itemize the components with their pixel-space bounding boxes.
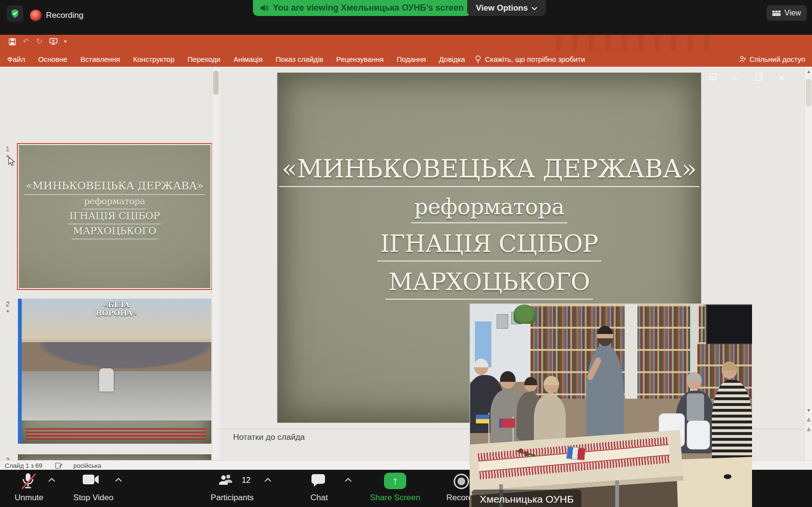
tell-me-box[interactable]: Скажіть, що потрібно зробити [475,55,585,63]
record-icon[interactable] [454,474,469,489]
ribbon-display-options-icon[interactable] [709,73,717,82]
view-options-button[interactable]: View Options [467,0,546,16]
view-button[interactable]: View [767,5,807,21]
tab-review[interactable]: Рецензування [336,55,384,63]
slide-thumbnail-panel: 1 ★ «МИНЬКОВЕЦЬКА ДЕРЖАВА» реформатора І… [0,67,221,460]
book-cover-image: «БІЛА ВОРОНА» [18,299,82,393]
share-person-icon [739,56,746,63]
recording-label: Recording [46,11,84,20]
slide-thumbnail-2[interactable]: «БІЛА ВОРОНА» [18,299,211,444]
side-table [676,457,752,507]
close-button[interactable]: ✕ [772,70,791,86]
screen: Recording You are viewing Хмельницька ОУ… [0,0,812,507]
redo-icon[interactable]: ↻ [36,38,42,45]
slide-counter: Слайд 1 з 69 [5,462,43,469]
thumb1-number: 1 [6,145,10,153]
share-screen-label[interactable]: Share Screen [370,493,420,503]
table-leg [615,480,619,507]
next-slide-button[interactable]: ≚ [805,427,812,434]
book-on-table [566,446,586,461]
chevron-down-icon [531,6,537,10]
tab-slideshow[interactable]: Показ слайдів [276,55,323,63]
tv-screen [706,304,752,344]
tab-help[interactable]: Довідка [439,55,465,63]
wall-pillar [625,304,637,399]
video-options-caret-icon[interactable] [115,478,122,482]
chat-caret-icon[interactable] [344,478,352,482]
undo-icon[interactable]: ↶ [23,38,29,45]
previous-slide-button[interactable]: ≙ [805,418,812,424]
restore-button[interactable] [749,70,768,86]
scroll-up-icon[interactable]: ▲ [805,69,812,74]
speaker-icon [261,4,269,12]
tab-animations[interactable]: Анімація [234,55,263,63]
picture-frame [497,314,508,329]
slide-area-scrollbar[interactable]: ▲ ▼ ≙ ≚ [804,67,812,460]
tab-view[interactable]: Подання [397,55,426,63]
notes-icon[interactable] [55,463,63,469]
ukraine-flag [476,415,489,423]
thumb3-number: 3 [6,456,10,460]
scroll-down-icon[interactable]: ▼ [805,408,812,413]
scrollbar-thumb[interactable] [806,79,812,106]
lightbulb-icon [475,55,481,63]
unmute-label[interactable]: Unmute [15,493,44,503]
screen-share-banner: You are viewing Хмельницька ОУНБ's scree… [253,0,472,16]
tab-home[interactable]: Основне [38,55,67,63]
stop-video-label[interactable]: Stop Video [74,493,114,503]
share-screen-button[interactable]: ↑ [384,473,406,489]
start-slideshow-icon[interactable] [49,38,58,45]
ppt-title-bar: ↶ ↻ ▾ презентація МАРХОЦЬКИЙ.pptx - Powe… [0,35,812,51]
recording-indicator-icon [30,10,42,21]
record-label[interactable]: Record [446,493,473,503]
gallery-view-icon [772,11,781,16]
qat-dropdown-icon[interactable]: ▾ [64,38,67,45]
security-shield-button[interactable] [7,5,23,22]
animation-star-icon: ★ [6,309,10,314]
thumb2-number: 2 [6,300,10,308]
mouse-cursor-icon [8,157,15,166]
shield-icon [10,9,20,18]
unmute-button[interactable] [21,473,37,490]
camera-icon[interactable] [82,474,100,485]
computer-mouse [723,474,731,479]
participants-label[interactable]: Participants [211,493,254,503]
save-icon[interactable] [9,38,16,45]
participants-icon[interactable] [218,474,235,486]
city-flag [499,419,515,428]
tab-file[interactable]: Файл [7,55,25,63]
language-button[interactable]: російська [74,462,102,469]
webcam-video-overlay[interactable]: Хмельницька ОУНБ [470,304,752,507]
slide-thumbnail-1[interactable]: «МИНЬКОВЕЦЬКА ДЕРЖАВА» реформатора ІГНАЦ… [18,144,211,289]
plant [514,304,535,324]
scrollbar-thumb[interactable] [213,71,219,95]
share-screen-arrow-icon: ↑ [393,475,398,487]
chat-label[interactable]: Chat [310,493,328,503]
participant-name-label: Хмельницька ОУНБ [472,490,581,507]
share-banner-text: You are viewing Хмельницька ОУНБ's scree… [273,3,464,13]
notes-placeholder[interactable]: Нотатки до слайда [233,433,305,442]
minimize-button[interactable]: — [725,70,745,86]
participants-count: 12 [242,476,251,485]
slide-thumbnail-3[interactable]: Граф Ігнацій МАРХОЦЬКИЙ. Картина І.Бацел… [18,454,211,460]
thumbnail-panel-scrollbar[interactable] [212,68,220,459]
slide-title-text: «МИНЬКОВЕЦЬКА ДЕРЖАВА» реформатора ІГНАЦ… [278,154,701,306]
chat-icon[interactable] [311,474,325,487]
share-button[interactable]: Спільний доступ [739,55,805,63]
audio-options-caret-icon[interactable] [48,478,56,482]
tab-insert[interactable]: Вставлення [80,55,120,63]
restore-icon [755,75,761,81]
white-chair [687,420,710,449]
ribbon-tab-row: Файл Основне Вставлення Конструктор Пере… [0,51,812,67]
tab-design[interactable]: Конструктор [133,55,175,63]
zoom-top-bar: Recording You are viewing Хмельницька ОУ… [0,0,812,35]
participants-caret-icon[interactable] [264,478,272,482]
quick-access-toolbar: ↶ ↻ ▾ [9,38,67,45]
tab-transitions[interactable]: Переходи [188,55,221,63]
